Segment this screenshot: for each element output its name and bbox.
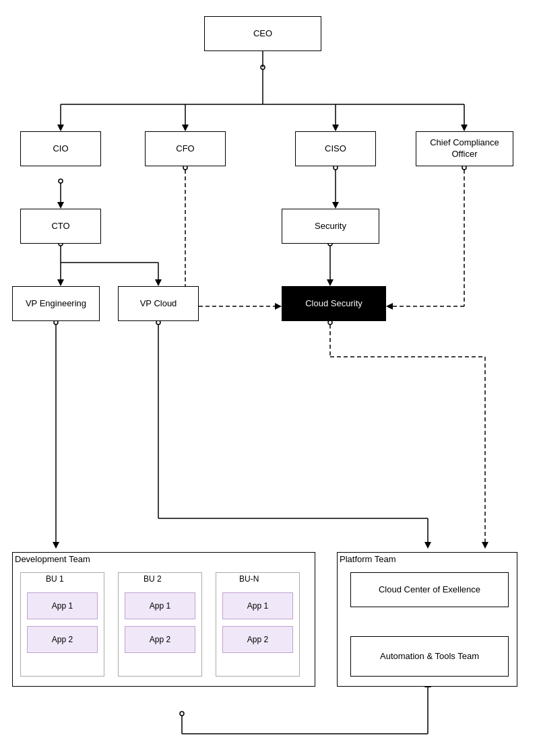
cfo-label: CFO (176, 143, 194, 155)
svg-marker-7 (182, 125, 189, 131)
bun-box (216, 572, 300, 677)
cloud-coe-node: Cloud Center of Exellence (350, 572, 509, 607)
svg-point-1 (261, 65, 265, 69)
svg-point-52 (180, 712, 184, 716)
bu1-box (20, 572, 104, 677)
ciso-label: CISO (325, 143, 346, 155)
svg-marker-35 (386, 303, 393, 310)
bun-label: BU-N (239, 574, 259, 584)
bu2-app2: App 2 (125, 626, 195, 653)
svg-marker-11 (461, 125, 468, 131)
svg-marker-9 (332, 125, 339, 131)
ciso-node: CISO (295, 131, 376, 166)
bu1-app2: App 2 (27, 626, 98, 653)
bun-app1: App 1 (222, 592, 293, 619)
auto-tools-node: Automation & Tools Team (350, 636, 509, 677)
svg-marker-14 (57, 202, 64, 209)
svg-marker-48 (482, 542, 488, 549)
bu2-box (118, 572, 202, 677)
cfo-node: CFO (145, 131, 226, 166)
bu1-label: BU 1 (46, 574, 64, 584)
dev-team-label: Development Team (15, 554, 90, 564)
svg-marker-27 (327, 279, 334, 286)
bu1-app1: App 1 (27, 592, 98, 619)
security-label: Security (315, 221, 346, 232)
vp-engineering-node: VP Engineering (12, 286, 100, 321)
bu2-app1: App 1 (125, 592, 195, 619)
svg-marker-24 (332, 202, 339, 209)
security-node: Security (282, 209, 379, 244)
org-chart: CEO CIO CFO CISO Chief Compliance Office… (0, 0, 539, 756)
svg-marker-5 (57, 125, 64, 131)
ceo-node: CEO (204, 16, 321, 51)
svg-marker-21 (155, 279, 162, 286)
ceo-label: CEO (253, 28, 272, 40)
cto-label: CTO (51, 221, 69, 232)
cloud-security-node: Cloud Security (282, 286, 386, 321)
vp-cloud-node: VP Cloud (118, 286, 199, 321)
bu2-label: BU 2 (144, 574, 162, 584)
vp-engineering-label: VP Engineering (26, 298, 86, 310)
svg-point-12 (59, 179, 63, 183)
cto-node: CTO (20, 209, 101, 244)
cio-node: CIO (20, 131, 101, 166)
bun-app2: App 2 (222, 626, 293, 653)
platform-team-label: Platform Team (340, 554, 396, 564)
auto-tools-label: Automation & Tools Team (380, 651, 479, 662)
cloud-coe-label: Cloud Center of Exellence (379, 584, 480, 596)
cio-label: CIO (53, 143, 68, 155)
svg-marker-31 (275, 303, 282, 310)
cco-label: Chief Compliance Officer (423, 137, 506, 160)
svg-marker-39 (53, 542, 59, 549)
cloud-security-label: Cloud Security (305, 298, 362, 310)
svg-marker-19 (57, 279, 64, 286)
vp-cloud-label: VP Cloud (140, 298, 177, 310)
cco-node: Chief Compliance Officer (416, 131, 513, 166)
svg-marker-44 (424, 542, 431, 549)
